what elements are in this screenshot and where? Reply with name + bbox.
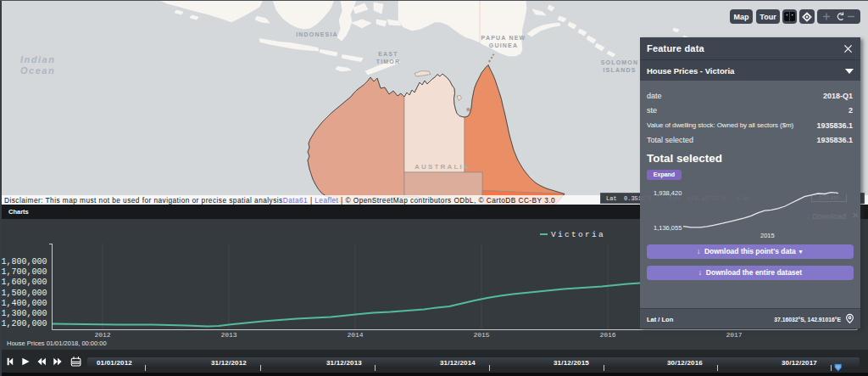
svg-text:1,300,000: 1,300,000 <box>1 309 47 318</box>
svg-text:2016: 2016 <box>599 331 615 339</box>
svg-text:1,800,000: 1,800,000 <box>1 257 47 267</box>
svg-text:2015: 2015 <box>473 331 489 339</box>
svg-text:1,600,000: 1,600,000 <box>1 278 47 287</box>
svg-text:1,500,000: 1,500,000 <box>1 289 47 298</box>
svg-text:2013: 2013 <box>220 331 236 339</box>
svg-text:1,200,000: 1,200,000 <box>1 319 47 328</box>
svg-text:2017: 2017 <box>726 331 742 339</box>
svg-text:1,700,000: 1,700,000 <box>1 267 47 277</box>
svg-text:2012: 2012 <box>94 331 110 339</box>
svg-text:2014: 2014 <box>347 331 363 339</box>
svg-text:1,400,000: 1,400,000 <box>1 299 47 308</box>
